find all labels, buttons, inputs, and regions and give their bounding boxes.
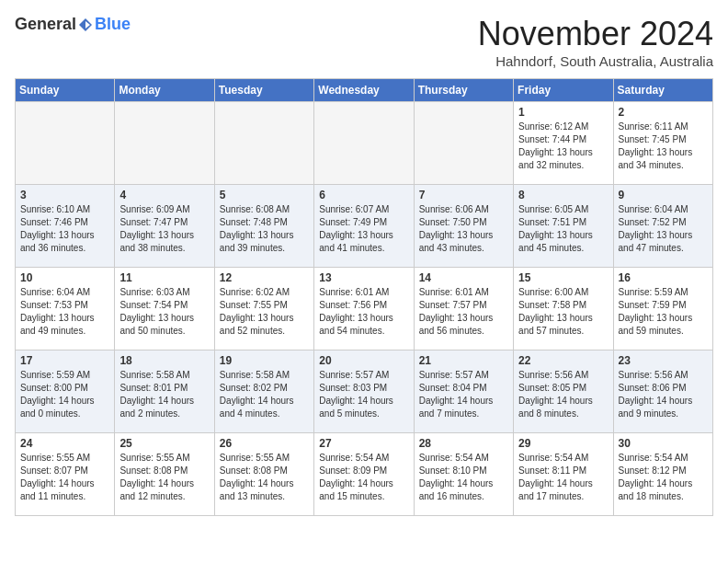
day-number: 10 xyxy=(20,271,109,284)
day-number: 16 xyxy=(619,271,708,284)
day-number: 1 xyxy=(518,106,608,119)
day-info: Sunrise: 6:02 AMSunset: 7:55 PMDaylight:… xyxy=(220,286,309,338)
location-subtitle: Hahndorf, South Australia, Australia xyxy=(478,53,713,69)
day-number: 18 xyxy=(119,354,209,367)
day-number: 4 xyxy=(119,189,209,201)
calendar-cell-2-4: 6Sunrise: 6:07 AMSunset: 7:49 PMDaylight… xyxy=(314,185,414,268)
calendar-cell-4-3: 19Sunrise: 5:58 AMSunset: 8:02 PMDayligh… xyxy=(214,350,313,433)
day-info: Sunrise: 6:04 AMSunset: 7:52 PMDaylight:… xyxy=(619,203,708,255)
calendar-cell-1-7: 2Sunrise: 6:11 AMSunset: 7:45 PMDaylight… xyxy=(613,102,712,185)
day-number: 23 xyxy=(619,354,708,367)
day-number: 3 xyxy=(20,189,109,201)
day-info: Sunrise: 5:55 AMSunset: 8:07 PMDaylight:… xyxy=(20,452,109,503)
calendar-week-1: 1Sunrise: 6:12 AMSunset: 7:44 PMDaylight… xyxy=(16,102,713,185)
calendar-cell-3-7: 16Sunrise: 5:59 AMSunset: 7:59 PMDayligh… xyxy=(613,268,712,350)
day-number: 13 xyxy=(319,271,408,284)
calendar-cell-4-2: 18Sunrise: 5:58 AMSunset: 8:01 PMDayligh… xyxy=(115,350,214,433)
calendar-week-4: 17Sunrise: 5:59 AMSunset: 8:00 PMDayligh… xyxy=(16,350,713,433)
day-info: Sunrise: 6:03 AMSunset: 7:54 PMDaylight:… xyxy=(119,286,209,338)
day-info: Sunrise: 6:00 AMSunset: 7:58 PMDaylight:… xyxy=(518,286,608,338)
calendar-cell-4-5: 21Sunrise: 5:57 AMSunset: 8:04 PMDayligh… xyxy=(414,350,513,433)
day-info: Sunrise: 6:01 AMSunset: 7:57 PMDaylight:… xyxy=(419,286,508,338)
calendar-cell-5-3: 26Sunrise: 5:55 AMSunset: 8:08 PMDayligh… xyxy=(214,433,313,516)
calendar-header-thursday: Thursday xyxy=(414,79,513,102)
day-info: Sunrise: 6:11 AMSunset: 7:45 PMDaylight:… xyxy=(619,121,708,172)
calendar-cell-1-6: 1Sunrise: 6:12 AMSunset: 7:44 PMDaylight… xyxy=(514,102,613,185)
calendar-cell-1-2 xyxy=(115,102,214,185)
calendar-cell-4-7: 23Sunrise: 5:56 AMSunset: 8:06 PMDayligh… xyxy=(613,350,712,433)
day-number: 9 xyxy=(619,189,708,201)
calendar-week-3: 10Sunrise: 6:04 AMSunset: 7:53 PMDayligh… xyxy=(16,268,713,350)
day-number: 17 xyxy=(20,354,109,367)
calendar-cell-2-3: 5Sunrise: 6:08 AMSunset: 7:48 PMDaylight… xyxy=(214,185,313,268)
calendar-header-sunday: Sunday xyxy=(16,79,115,102)
calendar-cell-5-5: 28Sunrise: 5:54 AMSunset: 8:10 PMDayligh… xyxy=(414,433,513,516)
day-number: 11 xyxy=(119,271,209,284)
day-number: 6 xyxy=(319,189,408,201)
day-number: 29 xyxy=(518,437,608,450)
calendar-cell-4-1: 17Sunrise: 5:59 AMSunset: 8:00 PMDayligh… xyxy=(16,350,115,433)
day-number: 28 xyxy=(419,437,508,450)
day-number: 12 xyxy=(220,271,309,284)
calendar-header-saturday: Saturday xyxy=(613,79,712,102)
calendar-header-wednesday: Wednesday xyxy=(314,79,414,102)
logo-blue-text: Blue xyxy=(95,15,131,34)
calendar-cell-1-3 xyxy=(214,102,313,185)
day-info: Sunrise: 5:59 AMSunset: 7:59 PMDaylight:… xyxy=(619,286,708,338)
day-number: 21 xyxy=(419,354,508,367)
day-number: 7 xyxy=(419,189,508,201)
calendar-cell-5-4: 27Sunrise: 5:54 AMSunset: 8:09 PMDayligh… xyxy=(314,433,414,516)
day-info: Sunrise: 5:54 AMSunset: 8:11 PMDaylight:… xyxy=(518,452,608,503)
day-info: Sunrise: 6:07 AMSunset: 7:49 PMDaylight:… xyxy=(319,203,408,255)
calendar-cell-4-4: 20Sunrise: 5:57 AMSunset: 8:03 PMDayligh… xyxy=(314,350,414,433)
calendar-cell-2-2: 4Sunrise: 6:09 AMSunset: 7:47 PMDaylight… xyxy=(115,185,214,268)
day-number: 20 xyxy=(319,354,408,367)
day-info: Sunrise: 5:57 AMSunset: 8:03 PMDaylight:… xyxy=(319,369,408,420)
calendar-cell-2-6: 8Sunrise: 6:05 AMSunset: 7:51 PMDaylight… xyxy=(514,185,613,268)
calendar-cell-3-4: 13Sunrise: 6:01 AMSunset: 7:56 PMDayligh… xyxy=(314,268,414,350)
calendar-week-2: 3Sunrise: 6:10 AMSunset: 7:46 PMDaylight… xyxy=(16,185,713,268)
day-info: Sunrise: 6:04 AMSunset: 7:53 PMDaylight:… xyxy=(20,286,109,338)
day-info: Sunrise: 5:54 AMSunset: 8:10 PMDaylight:… xyxy=(419,452,508,503)
calendar-header-tuesday: Tuesday xyxy=(214,79,313,102)
day-info: Sunrise: 5:56 AMSunset: 8:06 PMDaylight:… xyxy=(619,369,708,420)
day-info: Sunrise: 5:59 AMSunset: 8:00 PMDaylight:… xyxy=(20,369,109,420)
day-number: 5 xyxy=(220,189,309,201)
calendar-cell-5-6: 29Sunrise: 5:54 AMSunset: 8:11 PMDayligh… xyxy=(514,433,613,516)
calendar-cell-2-1: 3Sunrise: 6:10 AMSunset: 7:46 PMDaylight… xyxy=(16,185,115,268)
day-number: 24 xyxy=(20,437,109,450)
day-info: Sunrise: 6:10 AMSunset: 7:46 PMDaylight:… xyxy=(20,203,109,255)
calendar-cell-2-7: 9Sunrise: 6:04 AMSunset: 7:52 PMDaylight… xyxy=(613,185,712,268)
title-block: November 2024 Hahndorf, South Australia,… xyxy=(478,15,713,69)
day-info: Sunrise: 5:55 AMSunset: 8:08 PMDaylight:… xyxy=(119,452,209,503)
day-info: Sunrise: 5:54 AMSunset: 8:12 PMDaylight:… xyxy=(619,452,708,503)
day-info: Sunrise: 6:01 AMSunset: 7:56 PMDaylight:… xyxy=(319,286,408,338)
day-number: 25 xyxy=(119,437,209,450)
day-info: Sunrise: 6:05 AMSunset: 7:51 PMDaylight:… xyxy=(518,203,608,255)
day-info: Sunrise: 5:55 AMSunset: 8:08 PMDaylight:… xyxy=(220,452,309,503)
logo-general-text: General xyxy=(15,15,76,34)
calendar-header-friday: Friday xyxy=(514,79,613,102)
day-number: 26 xyxy=(220,437,309,450)
calendar-cell-1-5 xyxy=(414,102,513,185)
calendar-header-monday: Monday xyxy=(115,79,214,102)
calendar-cell-1-1 xyxy=(16,102,115,185)
day-info: Sunrise: 5:58 AMSunset: 8:01 PMDaylight:… xyxy=(119,369,209,420)
day-number: 15 xyxy=(518,271,608,284)
day-info: Sunrise: 5:56 AMSunset: 8:05 PMDaylight:… xyxy=(518,369,608,420)
day-info: Sunrise: 5:58 AMSunset: 8:02 PMDaylight:… xyxy=(220,369,309,420)
calendar-table: SundayMondayTuesdayWednesdayThursdayFrid… xyxy=(15,78,713,516)
day-info: Sunrise: 5:57 AMSunset: 8:04 PMDaylight:… xyxy=(419,369,508,420)
day-number: 14 xyxy=(419,271,508,284)
calendar-cell-2-5: 7Sunrise: 6:06 AMSunset: 7:50 PMDaylight… xyxy=(414,185,513,268)
day-number: 22 xyxy=(518,354,608,367)
month-title: November 2024 xyxy=(478,15,713,53)
calendar-week-5: 24Sunrise: 5:55 AMSunset: 8:07 PMDayligh… xyxy=(16,433,713,516)
calendar-cell-5-1: 24Sunrise: 5:55 AMSunset: 8:07 PMDayligh… xyxy=(16,433,115,516)
page-header: General Blue November 2024 Hahndorf, Sou… xyxy=(15,15,713,69)
day-info: Sunrise: 5:54 AMSunset: 8:09 PMDaylight:… xyxy=(319,452,408,503)
calendar-cell-3-1: 10Sunrise: 6:04 AMSunset: 7:53 PMDayligh… xyxy=(16,268,115,350)
calendar-cell-3-6: 15Sunrise: 6:00 AMSunset: 7:58 PMDayligh… xyxy=(514,268,613,350)
day-number: 27 xyxy=(319,437,408,450)
calendar-cell-1-4 xyxy=(314,102,414,185)
